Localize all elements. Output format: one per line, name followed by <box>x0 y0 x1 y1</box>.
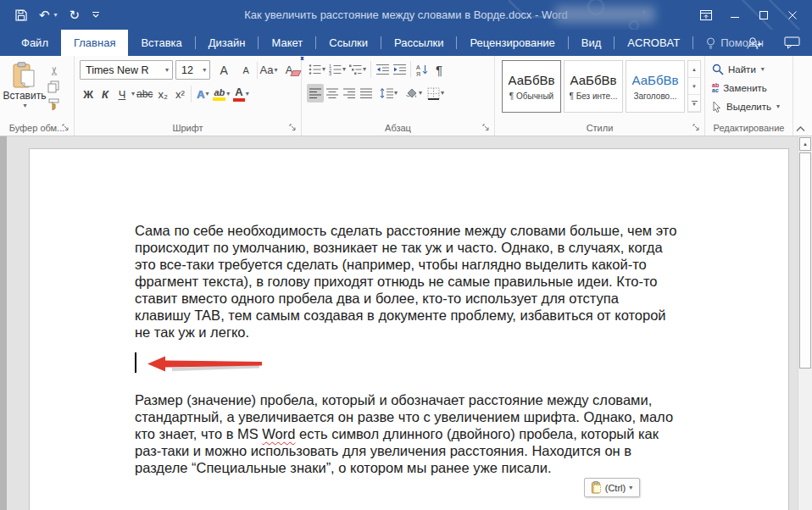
align-center-button[interactable] <box>324 84 341 103</box>
styles-more-button[interactable]: ▼ <box>688 95 700 112</box>
tab-review[interactable]: Рецензирование <box>457 30 567 56</box>
align-left-button[interactable] <box>307 84 324 103</box>
font-size-combobox[interactable]: 12 ▾ <box>175 60 210 80</box>
style-heading1[interactable]: АаБбВв Заголово... <box>626 60 685 113</box>
tab-file[interactable]: Файл <box>8 30 61 56</box>
superscript-button[interactable]: x² <box>171 85 188 103</box>
paragraph1-line: не так уж и легко. <box>135 324 737 341</box>
ribbon-display-options-button[interactable] <box>692 0 720 30</box>
styles-scroll-up-button[interactable]: ▲ <box>688 61 700 78</box>
paragraph2-line: Размер (значение) пробела, который и обо… <box>135 391 737 408</box>
font-name-combobox[interactable]: Times New R ▾ <box>80 60 173 80</box>
paste-options-button[interactable]: (Ctrl) ▾ <box>584 478 640 497</box>
vertical-scrollbar[interactable]: ▲ <box>798 136 812 510</box>
document-canvas[interactable]: Сама по себе необходимость сделать расст… <box>29 148 789 510</box>
customize-qat-button[interactable] <box>92 11 100 19</box>
align-center-icon <box>326 88 338 99</box>
minimize-icon <box>730 10 740 20</box>
select-button[interactable]: Выделить ▾ <box>712 97 789 116</box>
tab-insert[interactable]: Вставка <box>128 30 194 56</box>
cut-button[interactable]: ✂ <box>48 64 60 76</box>
styles-scroll-down-button[interactable]: ▼ <box>688 78 700 95</box>
dialog-launcher-icon[interactable] <box>692 124 701 132</box>
paste-dropdown-caret-icon: ▾ <box>23 103 26 109</box>
group-clipboard: Вставить ▾ ✂ Буфер обм... <box>0 56 75 136</box>
tab-acrobat[interactable]: ACROBAT <box>615 30 692 56</box>
italic-button[interactable]: К <box>97 85 114 103</box>
dialog-launcher-icon[interactable] <box>289 124 298 132</box>
tab-design[interactable]: Дизайн <box>196 30 259 56</box>
line-spacing-button[interactable]: ▾ <box>378 84 399 103</box>
tab-home[interactable]: Главная <box>61 30 128 56</box>
style-no-spacing[interactable]: АаБбВв ¶ Без инте... <box>564 60 623 113</box>
empty-line-with-cursor <box>135 351 737 374</box>
select-cursor-icon <box>712 101 722 113</box>
align-right-icon <box>343 88 355 99</box>
styles-gallery-scroll: ▲ ▼ ▼ <box>687 60 701 113</box>
group-label-editing: Редактирование <box>705 123 793 133</box>
redo-button[interactable]: ↻ <box>70 8 81 21</box>
lightbulb-icon <box>706 36 715 50</box>
red-arrow-annotation <box>147 355 264 373</box>
customize-qat-icon <box>92 11 100 19</box>
group-label-styles: Стили <box>495 123 704 133</box>
share-sign-in-button[interactable] <box>746 36 762 50</box>
comments-button[interactable] <box>784 36 800 49</box>
text-highlight-button[interactable]: ab▾ <box>211 85 231 103</box>
bullets-button[interactable]: ▾ <box>307 60 327 79</box>
clear-formatting-button[interactable]: А <box>281 61 298 80</box>
align-right-button[interactable] <box>341 84 358 103</box>
undo-button[interactable]: ↶ <box>39 8 50 21</box>
tab-references[interactable]: Ссылки <box>316 30 381 56</box>
tab-view[interactable]: Вид <box>569 30 615 56</box>
maximize-button[interactable] <box>749 0 778 30</box>
multilevel-list-icon <box>349 64 362 75</box>
borders-button[interactable]: ▾ <box>425 84 446 103</box>
shading-button[interactable]: ▾ <box>403 84 424 103</box>
minimize-button[interactable] <box>720 0 749 30</box>
decrease-indent-button[interactable] <box>374 60 391 79</box>
show-paragraph-marks-button[interactable]: ¶ <box>431 60 448 79</box>
copy-button[interactable] <box>47 80 60 93</box>
shrink-font-button[interactable]: А▼ <box>237 61 254 80</box>
window-title: Как увеличить расстояние между словами в… <box>0 8 812 21</box>
change-case-button[interactable]: Aa▾ <box>260 61 277 80</box>
increase-indent-button[interactable] <box>391 60 408 79</box>
format-painter-button[interactable] <box>47 98 60 111</box>
bold-button[interactable]: Ж <box>80 85 97 103</box>
multilevel-list-button[interactable]: ▾ <box>348 60 368 79</box>
paragraph2-line: стандартный, а увеличивается он разве чт… <box>135 408 737 425</box>
collapse-ribbon-button[interactable] <box>796 126 805 132</box>
tab-mailings[interactable]: Рассылки <box>381 30 456 56</box>
sort-button[interactable]: А Я <box>414 60 431 79</box>
save-button[interactable] <box>15 9 27 21</box>
group-label-font: Шрифт <box>75 123 301 133</box>
window-edge-shade <box>0 136 7 510</box>
undo-dropdown-caret-icon[interactable]: ▾ <box>54 11 58 19</box>
justify-button[interactable] <box>358 84 375 103</box>
style-normal[interactable]: АаБбВв ¶ Обычный <box>502 60 561 113</box>
subscript-button[interactable]: x₂ <box>154 85 171 103</box>
numbering-icon: 123 <box>329 64 342 75</box>
text-effects-button[interactable]: А▾ <box>194 85 211 103</box>
scroll-up-button[interactable]: ▲ <box>799 137 811 151</box>
close-button[interactable] <box>778 0 807 30</box>
svg-text:А: А <box>416 64 420 70</box>
dialog-launcher-icon[interactable] <box>62 124 70 132</box>
strikethrough-button[interactable]: abc <box>135 85 154 103</box>
font-color-button[interactable]: А▾ <box>231 85 250 103</box>
bullets-icon <box>309 64 321 75</box>
paste-button[interactable]: Вставить ▾ <box>5 60 44 119</box>
dialog-launcher-icon[interactable] <box>482 124 491 132</box>
grow-font-button[interactable]: А▲ <box>215 61 232 80</box>
replace-button[interactable]: ab ac Заменить <box>712 79 789 97</box>
font-size-caret-icon: ▾ <box>203 67 206 74</box>
find-button[interactable]: Найти ▾ <box>712 60 789 79</box>
numbering-button[interactable]: 123 ▾ <box>327 60 348 79</box>
underline-button[interactable]: Ч <box>114 85 131 103</box>
paragraph2-line: кто знает, что в MS Word есть символ дли… <box>135 425 737 442</box>
misspelled-word: Word <box>262 426 295 441</box>
scrollbar-thumb[interactable] <box>799 152 811 369</box>
tab-layout[interactable]: Макет <box>259 30 315 56</box>
increase-indent-icon <box>393 64 406 75</box>
